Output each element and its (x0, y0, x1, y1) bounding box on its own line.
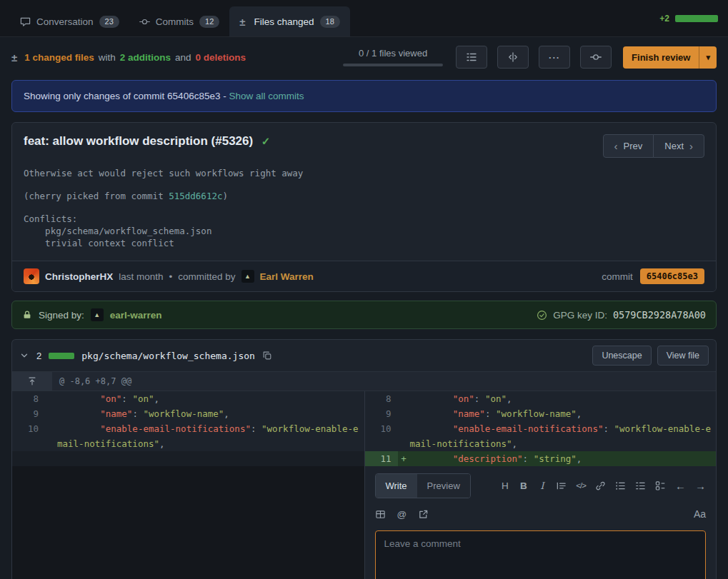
code-icon[interactable]: </> (576, 478, 586, 493)
conversation-icon (20, 16, 31, 27)
right-line-number[interactable]: 11 (365, 451, 398, 466)
mention-icon[interactable]: @ (397, 507, 407, 522)
files-viewed-progress (343, 64, 443, 66)
right-line-number[interactable]: 10 (365, 421, 398, 451)
tab-preview[interactable]: Preview (417, 474, 470, 498)
table-icon[interactable] (375, 509, 386, 520)
ci-success-check-icon[interactable]: ✓ (261, 135, 271, 147)
right-code-line: "name": "workflow-name", (410, 406, 717, 421)
and-text: and (175, 52, 191, 63)
view-file-button[interactable]: View file (657, 346, 709, 366)
link-icon[interactable] (595, 480, 606, 491)
chevron-right-icon: › (689, 140, 693, 152)
left-code-line: "on": "on", (57, 391, 364, 406)
changed-files-link[interactable]: 1 changed files (24, 52, 94, 63)
tab-conversation-label: Conversation (36, 16, 94, 27)
quote-icon[interactable] (556, 480, 567, 491)
split-diff-table: 8 "on": "on", 8 "on": "on", 9 "name" (12, 391, 716, 579)
task-list-icon[interactable] (655, 480, 666, 491)
bold-icon[interactable]: B (519, 478, 528, 493)
ordered-list-icon[interactable] (635, 480, 646, 491)
tab-commits[interactable]: Commits 12 (129, 6, 230, 36)
bullet-list-icon[interactable] (615, 480, 626, 491)
left-line-number[interactable]: 9 (12, 406, 45, 421)
author-avatar[interactable] (24, 268, 39, 284)
reference-icon[interactable] (418, 509, 429, 520)
next-commit-button[interactable]: Next › (653, 134, 704, 158)
right-line-sign (398, 406, 410, 421)
banner-message: Showing only changes of commit 65406c85e… (24, 91, 226, 101)
tab-files-changed-label: Files changed (254, 16, 314, 27)
finish-review-label: Finish review (623, 46, 699, 69)
prev-commit-button[interactable]: ‹ Prev (603, 134, 654, 158)
heading-icon[interactable]: H (500, 478, 509, 493)
right-line-number[interactable]: 8 (365, 391, 398, 406)
split-diff-icon (507, 51, 519, 63)
diff-file-box: 2 pkg/schema/workflow_schema.json Unesca… (11, 339, 717, 579)
finish-review-button[interactable]: Finish review ▾ (623, 46, 717, 69)
files-viewed-group: 0 / 1 files viewed (343, 48, 443, 66)
font-size-toggle[interactable]: Aa (694, 507, 706, 522)
gpg-key-group: GPG key ID: 0579CB2928A78A00 (537, 309, 706, 321)
signer-name-link[interactable]: earl-warren (110, 310, 162, 321)
chevron-left-icon: ‹ (614, 140, 618, 152)
diff-row: 8 "on": "on", 8 "on": "on", (12, 391, 716, 406)
cherry-pick-hash-link[interactable]: 515dd6612c (169, 191, 222, 201)
next-label: Next (664, 141, 684, 151)
file-lines-changed: 2 (36, 351, 41, 361)
conversation-count-badge: 23 (99, 16, 119, 28)
with-text: with (99, 52, 116, 63)
collapse-file-button[interactable] (19, 351, 29, 361)
tab-write[interactable]: Write (376, 474, 417, 498)
right-line-sign (398, 421, 410, 451)
files-changed-panel: ± 1 changed files with 2 additions and 0… (0, 37, 728, 579)
left-line-number[interactable]: 10 (12, 421, 45, 451)
committer-name[interactable]: Earl Warren (260, 271, 314, 282)
arrow-right-icon[interactable]: → (695, 478, 706, 493)
additions-text: 2 additions (120, 52, 171, 63)
commit-author-row: ChristopherHX last month • committed by … (12, 261, 716, 291)
added-code-line: "description": "string", (410, 451, 717, 466)
diff-right-cell: 8 "on": "on", (364, 391, 717, 406)
lock-icon (22, 310, 32, 320)
right-line-number[interactable]: 9 (365, 406, 398, 421)
file-name[interactable]: pkg/schema/workflow_schema.json (81, 351, 255, 361)
editor-toolbar-row-2: @ Aa (375, 507, 707, 522)
diff-options-button[interactable]: ··· (539, 46, 570, 69)
italic-icon[interactable]: I (537, 478, 547, 493)
left-line-number[interactable]: 8 (12, 391, 45, 406)
tab-files-changed[interactable]: ± Files changed 18 (229, 6, 350, 36)
view-commit-button[interactable] (580, 46, 612, 69)
committer-avatar[interactable]: ▲ (241, 270, 254, 283)
diff-left-filler (12, 466, 364, 579)
file-diff-stat-bar (49, 353, 74, 359)
diff-view-toggle-button[interactable] (497, 46, 529, 69)
triangle-logo-icon: ▲ (94, 311, 100, 318)
editor-toolbar: Write Preview H B I </> (375, 473, 707, 498)
left-code-line: "name": "workflow-name", (57, 406, 364, 421)
caret-down-icon: ▾ (699, 46, 717, 69)
cherry-pick-prefix: (cherry picked from commit (24, 191, 169, 201)
diff-file-header: 2 pkg/schema/workflow_schema.json Unesca… (12, 340, 716, 371)
gpg-key-id: 0579CB2928A78A00 (613, 309, 706, 321)
comment-input[interactable] (375, 530, 707, 579)
copy-path-icon[interactable] (262, 351, 272, 361)
expand-hunk-button[interactable] (12, 372, 52, 391)
signer-avatar[interactable]: ▲ (91, 308, 104, 321)
pr-tab-bar: Conversation 23 Commits 12 ± Files chang… (0, 0, 728, 37)
tab-conversation[interactable]: Conversation 23 (10, 6, 129, 36)
inline-comment-editor: Write Preview H B I </> (364, 466, 717, 579)
show-all-commits-link[interactable]: Show all commits (229, 91, 304, 101)
hunk-header-text: @ -8,6 +8,7 @@ (52, 372, 139, 391)
commit-sha-badge[interactable]: 65406c85e3 (640, 268, 704, 284)
diff-row-added: 11 + "description": "string", (12, 451, 716, 466)
author-name[interactable]: ChristopherHX (45, 271, 113, 282)
gpg-signature-row: Signed by: ▲ earl-warren GPG key ID: 057… (11, 301, 717, 329)
commit-pager: ‹ Prev Next › (603, 134, 704, 158)
diff-left-empty-cell (12, 451, 364, 466)
arrow-left-icon[interactable]: ← (675, 478, 686, 493)
right-code-line: "enable-email-notifications": "workflow-… (410, 421, 717, 451)
unescape-button[interactable]: Unescape (592, 346, 651, 366)
left-line-sign (45, 391, 57, 406)
file-tree-toggle-button[interactable] (456, 46, 487, 69)
